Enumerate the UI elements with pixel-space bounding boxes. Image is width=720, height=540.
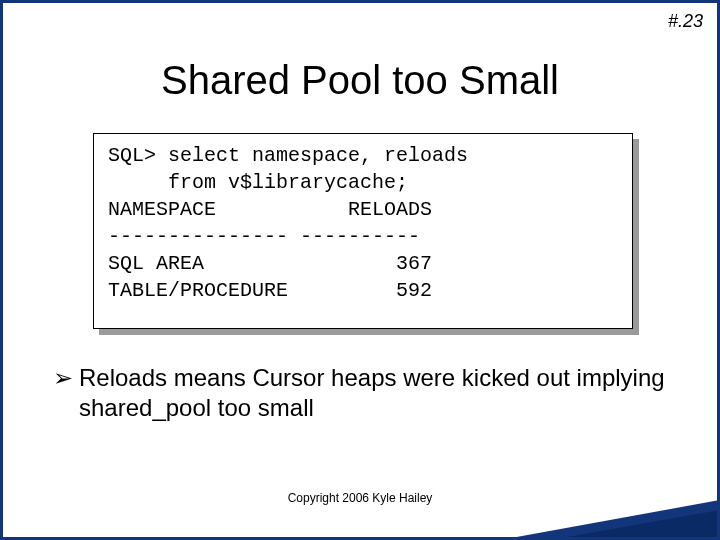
code-line: --------------- ----------	[108, 225, 420, 248]
corner-decoration-inner	[550, 510, 720, 540]
code-line: TABLE/PROCEDURE 592	[108, 279, 432, 302]
code-line: SQL> select namespace, reloads	[108, 144, 468, 167]
bullet-text: Reloads means Cursor heaps were kicked o…	[79, 363, 677, 423]
slide: #.23 Shared Pool too Small SQL> select n…	[0, 0, 720, 540]
bullet-arrow-icon: ➢	[53, 363, 73, 423]
code-content: SQL> select namespace, reloads from v$li…	[93, 133, 633, 329]
page-number: #.23	[668, 11, 703, 32]
code-line: SQL AREA 367	[108, 252, 432, 275]
code-line: from v$librarycache;	[108, 171, 408, 194]
slide-title: Shared Pool too Small	[3, 58, 717, 103]
bullet-item: ➢ Reloads means Cursor heaps were kicked…	[53, 363, 677, 423]
code-line: NAMESPACE RELOADS	[108, 198, 432, 221]
code-box: SQL> select namespace, reloads from v$li…	[93, 133, 633, 329]
